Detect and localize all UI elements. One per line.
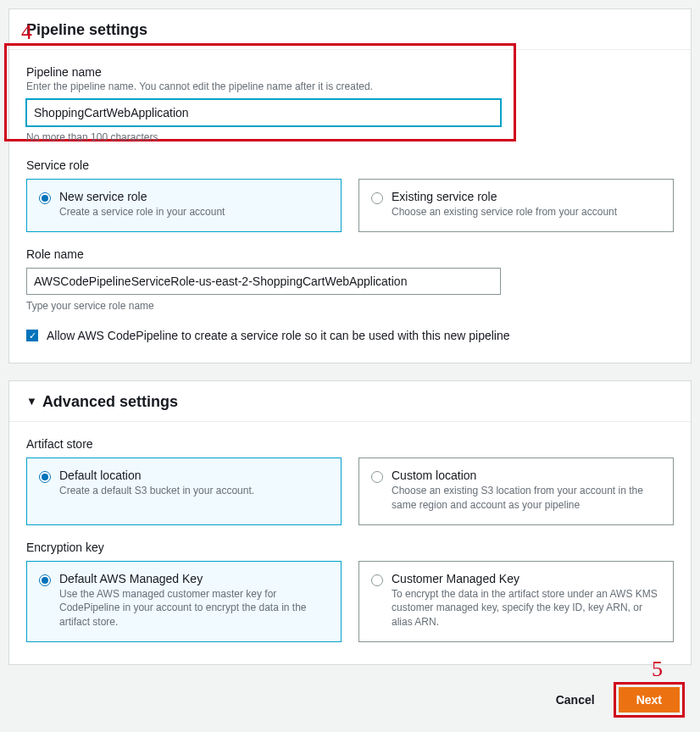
pipeline-name-hint: No more than 100 characters — [26, 131, 674, 143]
radio-icon — [39, 574, 51, 586]
tile-title: Default location — [59, 469, 254, 482]
service-role-group: Service role New service role Create a s… — [26, 158, 674, 232]
checkbox-icon — [26, 330, 38, 341]
advanced-settings-title-text: Advanced settings — [42, 393, 178, 410]
role-name-label: Role name — [26, 247, 674, 261]
radio-icon — [39, 471, 51, 483]
service-role-option-existing[interactable]: Existing service role Choose an existing… — [358, 179, 674, 232]
role-name-input[interactable] — [26, 268, 501, 295]
allow-create-role-label: Allow AWS CodePipeline to create a servi… — [47, 327, 510, 344]
pipeline-settings-panel: Pipeline settings 4 Pipeline name Enter … — [8, 8, 692, 363]
tile-desc: Choose an existing service role from you… — [392, 205, 617, 219]
service-role-label: Service role — [26, 158, 674, 172]
radio-icon — [39, 192, 51, 204]
cancel-button[interactable]: Cancel — [547, 688, 603, 712]
tile-title: Default AWS Managed Key — [59, 572, 329, 585]
role-name-hint: Type your service role name — [26, 300, 674, 312]
encryption-key-label: Encryption key — [26, 541, 674, 554]
radio-icon — [371, 574, 383, 586]
next-button[interactable]: Next — [619, 687, 680, 713]
pipeline-name-label: Pipeline name — [26, 65, 674, 79]
encryption-key-option-default[interactable]: Default AWS Managed Key Use the AWS mana… — [26, 561, 342, 642]
tile-title: New service role — [59, 190, 225, 203]
pipeline-name-description: Enter the pipeline name. You cannot edit… — [26, 80, 674, 92]
artifact-store-label: Artifact store — [26, 437, 674, 451]
artifact-store-option-custom[interactable]: Custom location Choose an existing S3 lo… — [358, 458, 674, 525]
tile-title: Custom location — [392, 469, 661, 482]
pipeline-settings-title: Pipeline settings — [26, 21, 674, 39]
panel-header[interactable]: ▼Advanced settings — [9, 381, 691, 422]
caret-down-icon: ▼ — [26, 395, 37, 408]
encryption-key-option-customer[interactable]: Customer Managed Key To encrypt the data… — [358, 561, 674, 642]
tile-desc: To encrypt the data in the artifact stor… — [392, 587, 661, 629]
radio-icon — [371, 471, 383, 483]
artifact-store-group: Artifact store Default location Create a… — [26, 437, 674, 525]
advanced-settings-title: ▼Advanced settings — [26, 393, 674, 411]
tile-title: Existing service role — [392, 190, 617, 203]
tile-desc: Create a default S3 bucket in your accou… — [59, 484, 254, 498]
panel-header: Pipeline settings — [9, 9, 691, 50]
service-role-option-new[interactable]: New service role Create a service role i… — [26, 179, 342, 232]
wizard-footer: 5 Cancel Next — [8, 682, 692, 721]
advanced-settings-panel: ▼Advanced settings Artifact store Defaul… — [8, 380, 692, 665]
role-name-group: Role name Type your service role name — [26, 247, 674, 312]
tile-desc: Choose an existing S3 location from your… — [392, 484, 661, 513]
tile-title: Customer Managed Key — [392, 572, 661, 585]
radio-icon — [371, 192, 383, 204]
allow-create-role-checkbox-row[interactable]: Allow AWS CodePipeline to create a servi… — [26, 327, 674, 344]
pipeline-name-input[interactable] — [26, 99, 501, 126]
artifact-store-option-default[interactable]: Default location Create a default S3 buc… — [26, 458, 342, 525]
pipeline-name-group: Pipeline name Enter the pipeline name. Y… — [26, 65, 674, 143]
tile-desc: Create a service role in your account — [59, 205, 225, 219]
encryption-key-group: Encryption key Default AWS Managed Key U… — [26, 541, 674, 642]
tile-desc: Use the AWS managed customer master key … — [59, 587, 329, 629]
